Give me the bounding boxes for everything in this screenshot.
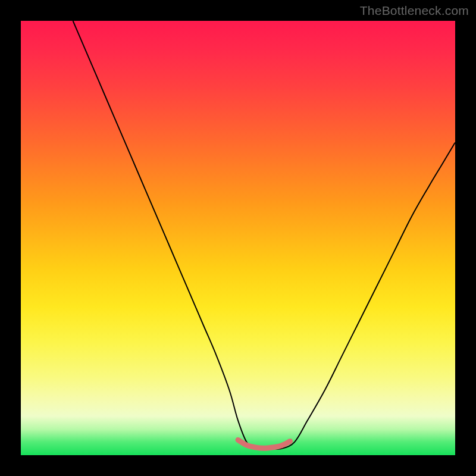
bottleneck-curve	[73, 21, 455, 449]
plot-area	[21, 21, 455, 455]
watermark-text: TheBottleneck.com	[360, 4, 469, 18]
chart-frame: TheBottleneck.com	[0, 0, 476, 476]
curve-layer	[21, 21, 455, 455]
